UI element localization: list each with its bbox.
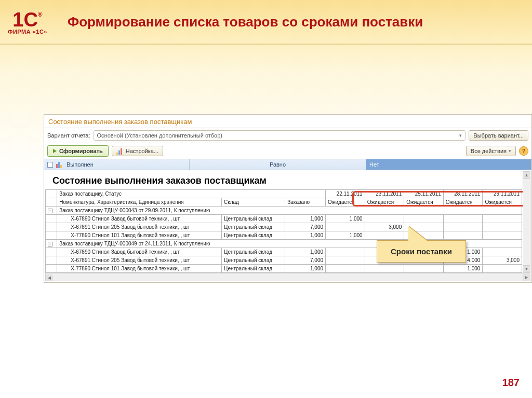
filter-field: Выполнен bbox=[66, 161, 94, 168]
scroll-right-icon[interactable]: ▶ bbox=[523, 274, 530, 281]
filter-compare: Равно bbox=[190, 159, 366, 170]
slide-title: Формирование списка товаров со сроками п… bbox=[68, 14, 423, 30]
generate-button[interactable]: Сформировать bbox=[47, 145, 109, 157]
table-row: X-67890 Стинол Завод бытовой техники, , … bbox=[46, 215, 522, 223]
play-icon bbox=[53, 149, 57, 153]
logo-1c: 1C® ФИРМА «1С» bbox=[0, 8, 52, 36]
hdr-nomen: Номенклатура, Характеристика, Единица хр… bbox=[57, 198, 222, 207]
table-row: X-77890 Стинол 101 Завод бытовой техники… bbox=[46, 265, 522, 273]
page-number: 187 bbox=[502, 377, 520, 389]
slide-header: 1C® ФИРМА «1С» Формирование списка товар… bbox=[0, 0, 532, 45]
filter-value: Нет bbox=[366, 159, 531, 170]
callout-delivery-dates: Сроки поставки bbox=[377, 240, 466, 263]
hdr-date: 29.11.2011 bbox=[483, 190, 522, 198]
hdr-date: 28.11.2011 bbox=[443, 190, 483, 198]
hdr-wh: Склад bbox=[222, 198, 285, 207]
hdr-exp: Ожидается bbox=[404, 198, 444, 207]
scroll-left-icon[interactable]: ◀ bbox=[46, 275, 53, 281]
hdr-date: 23.11.2011 bbox=[365, 190, 404, 198]
chevron-down-icon: ▾ bbox=[459, 133, 462, 138]
table-group-row[interactable]: −Заказ поставщику ТДЦУ-000043 от 29.09.2… bbox=[46, 207, 522, 215]
table-row: X-77890 Стинол 101 Завод бытовой техники… bbox=[46, 231, 522, 240]
collapse-icon[interactable]: − bbox=[48, 242, 52, 246]
choose-variant-button[interactable]: Выбрать вариант... bbox=[469, 130, 528, 141]
app-window: Состояние выполнения заказов поставщикам… bbox=[44, 114, 532, 283]
window-caption: Состояние выполнения заказов поставщикам bbox=[44, 115, 531, 128]
filter-checkbox[interactable] bbox=[47, 162, 53, 168]
logo-mark: 1C bbox=[12, 9, 38, 31]
hdr-date: 22.11.2011 bbox=[326, 190, 365, 198]
scrollbar-vertical[interactable]: ▲ ▼ bbox=[523, 171, 530, 273]
collapse-icon[interactable]: − bbox=[48, 209, 52, 213]
hdr-exp: Ожидается bbox=[443, 198, 483, 207]
chart-icon bbox=[56, 161, 63, 168]
all-actions-button[interactable]: Все действия▾ bbox=[466, 146, 516, 156]
toolbar: Сформировать Настройка... Все действия▾ … bbox=[44, 143, 531, 159]
hdr-exp: Ожидается bbox=[365, 198, 404, 207]
hdr-date: 25.11.2011 bbox=[404, 190, 444, 198]
scroll-down-icon[interactable]: ▼ bbox=[523, 265, 530, 272]
hdr-exp: Ожидается bbox=[483, 198, 522, 207]
scrollbar-horizontal[interactable]: ◀ ▶ bbox=[45, 273, 530, 281]
logo-firm: ФИРМА «1С» bbox=[3, 29, 52, 35]
settings-button[interactable]: Настройка... bbox=[112, 146, 163, 156]
table-row: X-67891 Стинол 205 Завод бытовой техники… bbox=[46, 223, 522, 231]
variant-select[interactable]: Основной (Установлен дополнительный отбо… bbox=[94, 130, 466, 141]
variant-value: Основной (Установлен дополнительный отбо… bbox=[97, 132, 223, 139]
variant-row: Вариант отчета: Основной (Установлен доп… bbox=[44, 128, 531, 143]
variant-label: Вариант отчета: bbox=[47, 132, 90, 139]
logo-reg: ® bbox=[38, 11, 43, 18]
report-area: Состояние выполнения заказов поставщикам… bbox=[44, 170, 531, 282]
scroll-up-icon[interactable]: ▲ bbox=[523, 172, 530, 179]
filter-bar: Выполнен Равно Нет bbox=[44, 159, 531, 170]
hdr-order: Заказ поставщику, Статус bbox=[57, 190, 326, 198]
hdr-exp: Ожидается bbox=[326, 198, 365, 207]
chart-icon bbox=[116, 147, 124, 155]
help-button[interactable]: ? bbox=[519, 146, 528, 156]
hdr-ordered: Заказано bbox=[285, 198, 326, 207]
report-title: Состояние выполнения заказов поставщикам bbox=[45, 171, 522, 189]
